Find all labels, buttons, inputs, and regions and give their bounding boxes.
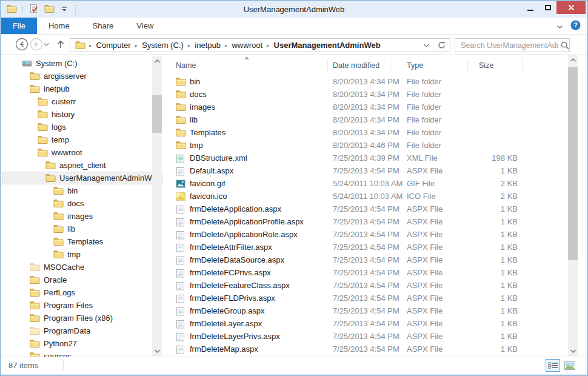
address-dropdown-icon[interactable] — [419, 39, 433, 52]
tree-item-perflogs[interactable]: PerfLogs — [2, 286, 162, 299]
refresh-icon[interactable] — [433, 39, 450, 52]
breadcrumb-chevron-icon[interactable]: ▸ — [87, 42, 95, 49]
file-row[interactable]: frmDeleteLayer.aspx7/25/2013 4:54 PMASPX… — [164, 317, 568, 330]
file-row[interactable]: bin8/20/2013 4:34 PMFile folder — [164, 75, 568, 88]
breadcrumb-item[interactable]: inetpub — [193, 41, 222, 50]
tree-item-lib[interactable]: lib — [2, 223, 162, 235]
recent-locations-dropdown-icon[interactable] — [41, 37, 51, 52]
breadcrumb-item[interactable]: UserManagementAdminWeb — [272, 41, 383, 50]
search-icon[interactable] — [561, 41, 569, 50]
type-cell: ASPX File — [392, 319, 468, 328]
new-folder-icon[interactable] — [43, 4, 55, 16]
file-row[interactable]: frmDeleteAttrFilter.aspx7/25/2013 4:54 P… — [164, 241, 568, 253]
breadcrumb-chevron-icon[interactable]: ▸ — [185, 42, 193, 49]
tree-item-program-files[interactable]: Program Files — [2, 299, 162, 312]
tree-item-label: wwwroot — [52, 148, 82, 157]
column-header-date-modified[interactable]: Date modified — [328, 59, 392, 72]
breadcrumb-chevron-icon[interactable]: ▸ — [222, 42, 230, 49]
up-button[interactable] — [53, 37, 68, 52]
address-bar[interactable]: ▸Computer▸System (C:)▸inetpub▸wwwroot▸Us… — [70, 38, 450, 52]
scroll-down-icon[interactable] — [568, 346, 578, 356]
maximize-button[interactable] — [539, 1, 556, 14]
file-row[interactable]: frmDeleteGroup.aspx7/25/2013 4:54 PMASPX… — [164, 304, 568, 317]
details-view-button[interactable] — [546, 359, 560, 372]
tab-share[interactable]: Share — [81, 18, 125, 34]
tree-item-aspnet-client[interactable]: aspnet_client — [2, 159, 162, 172]
scroll-down-icon[interactable] — [152, 346, 162, 356]
thumbnails-view-button[interactable] — [563, 359, 577, 372]
column-header-type[interactable]: Type — [392, 59, 468, 72]
tree-item-tmp[interactable]: tmp — [2, 248, 162, 261]
file-row[interactable]: frmDeleteLayerPrivs.aspx7/25/2013 4:54 P… — [164, 330, 568, 343]
file-row[interactable]: images8/20/2013 4:34 PMFile folder — [164, 101, 568, 113]
file-row[interactable]: DBStructure.xml7/25/2013 4:39 PMXML File… — [164, 152, 568, 164]
folder-icon — [30, 84, 40, 93]
file-row[interactable]: frmDeleteApplicationProfile.aspx7/25/201… — [164, 215, 568, 228]
tree-item-python27[interactable]: Python27 — [2, 337, 162, 350]
column-header-name[interactable]: Name — [164, 59, 328, 72]
tree-item-system-c-[interactable]: System (C:) — [2, 57, 162, 70]
file-name: frmDeleteAttrFilter.aspx — [190, 243, 272, 252]
scroll-up-icon[interactable] — [568, 55, 578, 65]
tree-item-custerr[interactable]: custerr — [2, 95, 162, 108]
file-row[interactable]: frmDeleteFLDPrivs.aspx7/25/2013 4:54 PMA… — [164, 292, 568, 304]
file-row[interactable]: frmDeleteFCPrivs.aspx7/25/2013 4:54 PMAS… — [164, 266, 568, 279]
breadcrumb-item[interactable]: System (C:) — [140, 41, 185, 50]
column-header-size[interactable]: Size — [468, 59, 523, 72]
file-row[interactable]: frmDeleteDataSource.aspx7/25/2013 4:54 P… — [164, 253, 568, 266]
size-cell: 1 KB — [468, 243, 523, 252]
tree-item-history[interactable]: history — [2, 108, 162, 121]
back-button[interactable] — [15, 37, 29, 52]
tree-item-bin[interactable]: bin — [2, 184, 162, 197]
tree-item-sources[interactable]: sources — [2, 350, 162, 357]
type-cell: ASPX File — [392, 255, 468, 264]
tree-scrollbar-thumb[interactable] — [152, 95, 162, 133]
folder-icon — [30, 301, 40, 310]
file-row[interactable]: favicon.ico5/24/2011 10:03 AMICO File2 K… — [164, 190, 568, 203]
tree-item-wwwroot[interactable]: wwwroot — [2, 146, 162, 159]
file-row[interactable]: frmDeleteApplicationRole.aspx7/25/2013 4… — [164, 228, 568, 241]
breadcrumb-item[interactable]: wwwroot — [230, 41, 264, 50]
tree-item-templates[interactable]: Templates — [2, 235, 162, 248]
tree-item-docs[interactable]: docs — [2, 197, 162, 210]
breadcrumb-chevron-icon[interactable]: ▸ — [264, 42, 272, 49]
qat-customize-icon[interactable] — [58, 4, 70, 16]
tab-file[interactable]: File — [1, 18, 37, 34]
tree-item-temp[interactable]: temp — [2, 133, 162, 146]
file-row[interactable]: docs8/20/2013 4:34 PMFile folder — [164, 88, 568, 101]
file-row[interactable]: tmp8/20/2013 4:46 PMFile folder — [164, 139, 568, 152]
scroll-up-icon[interactable] — [152, 56, 162, 66]
search-input[interactable] — [455, 41, 561, 50]
folder-icon — [45, 173, 56, 183]
file-row[interactable]: Templates8/20/2013 4:34 PMFile folder — [164, 126, 568, 139]
tree-item-programdata[interactable]: ProgramData — [2, 324, 162, 337]
breadcrumb-chevron-icon[interactable]: ▸ — [133, 42, 141, 49]
ribbon-expand-chevron-icon[interactable] — [556, 22, 563, 31]
close-button[interactable] — [556, 1, 586, 14]
tree-item-msocache[interactable]: MSOCache — [2, 261, 162, 274]
tree-item-logs[interactable]: logs — [2, 121, 162, 133]
file-row[interactable]: frmDeleteFeatureClass.aspx7/25/2013 4:54… — [164, 279, 568, 292]
tree-item-oracle[interactable]: Oracle — [2, 274, 162, 286]
explorer-folder-icon[interactable] — [5, 4, 18, 16]
list-scrollbar[interactable] — [568, 55, 578, 356]
tree-item-images[interactable]: images — [2, 210, 162, 223]
tab-home[interactable]: Home — [37, 18, 81, 34]
file-row[interactable]: favicon.gif5/24/2011 10:03 AMGIF File2 K… — [164, 177, 568, 190]
tree-item-inetpub[interactable]: inetpub — [2, 82, 162, 95]
file-row[interactable]: lib8/20/2013 4:34 PMFile folder — [164, 113, 568, 126]
file-row[interactable]: frmDeleteMap.aspx7/25/2013 4:54 PMASPX F… — [164, 343, 568, 355]
properties-icon[interactable] — [28, 4, 40, 16]
minimize-button[interactable] — [521, 1, 539, 14]
file-row[interactable]: frmDeleteApplication.aspx7/25/2013 4:54 … — [164, 203, 568, 215]
breadcrumb-item[interactable]: Computer — [95, 41, 133, 50]
tree-item-usermanagementadminweb[interactable]: UserManagementAdminWeb — [2, 172, 162, 184]
tree-scrollbar[interactable] — [152, 56, 162, 356]
tree-item-program-files-x86-[interactable]: Program Files (x86) — [2, 312, 162, 324]
tab-view[interactable]: View — [125, 18, 165, 34]
help-icon[interactable]: ? — [570, 20, 581, 32]
tree-item-arcgisserver[interactable]: arcgisserver — [2, 70, 162, 82]
folder-icon — [53, 212, 64, 221]
file-row[interactable]: Default.aspx7/25/2013 4:54 PMASPX File1 … — [164, 164, 568, 177]
list-scrollbar-thumb[interactable] — [568, 67, 578, 260]
